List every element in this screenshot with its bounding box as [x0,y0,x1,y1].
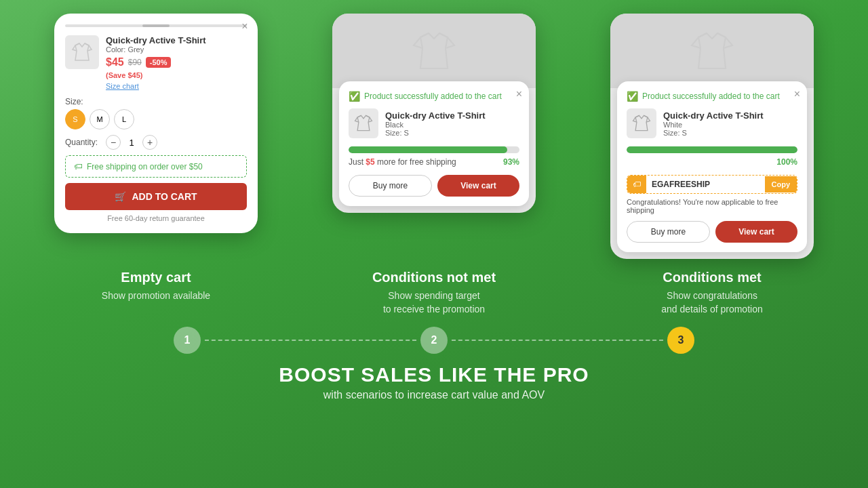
phone1-save-amount: $45 [127,71,140,79]
phone3-product-thumb [627,108,656,138]
phone1-price-original: $90 [128,58,142,67]
phone1-qty-controls: − 1 + [106,135,157,150]
label3-column: Conditions met Show congratulations and … [583,270,841,316]
phone3-mockup: × ✅ Product successfully added to the ca… [610,14,814,259]
phone3-progress-bar-fill [627,146,797,153]
phone1-qty-plus[interactable]: + [142,135,157,150]
phone1-shipping-banner: 🏷 Free shipping on order over $50 [65,155,247,178]
phone2-progress-text: Just $5 more for free shipping [349,157,456,167]
phone3-progress-row: 100% [627,157,797,167]
step2-circle: 2 [420,327,448,354]
phone2-popup: × ✅ Product successfully added to the ca… [339,81,529,206]
phone3-buy-more-btn[interactable]: Buy more [627,221,710,243]
phone3-copy-btn[interactable]: Copy [765,176,797,192]
phone3-coupon-code: EGAFREESHIP [646,176,765,193]
phones-section: × Quick-dry Active T-Shirt Color: Grey [0,0,868,259]
phone1-product-row: Quick-dry Active T-Shirt Color: Grey $45… [65,35,247,92]
phone3-product-size: Size: S [663,129,764,137]
phone2-product-row: Quick-dry Active T-Shirt Black Size: S [349,108,519,138]
phone1-product-name: Quick-dry Active T-Shirt [106,35,206,45]
phone2-product-info: Quick-dry Active T-Shirt Black Size: S [385,110,486,137]
phone2-progress-percent: 93% [503,157,519,167]
phone2-progress-bar-fill [349,146,507,153]
phone3-product-info: Quick-dry Active T-Shirt White Size: S [663,110,764,137]
phone1-product-info: Quick-dry Active T-Shirt Color: Grey $45… [106,35,206,92]
cart-icon: 🛒 [115,191,126,202]
scrollbar-indicator [65,24,247,27]
phone3-column: × ✅ Product successfully added to the ca… [583,14,841,259]
label1-column: Empty cart Show promotion available [27,270,285,316]
phone2-buy-more-btn[interactable]: Buy more [349,175,432,197]
phone2-success-row: ✅ Product successfully added to the cart [349,91,519,102]
step3-circle: 3 [667,327,694,354]
label3-desc: Show congratulations and details of prom… [661,289,762,316]
phone1-size-m[interactable]: M [90,109,110,129]
phone1-discount-badge: -50% [146,57,172,68]
phone1-price-row: $45 $90 -50% [106,56,206,68]
phone2-action-buttons: Buy more View cart [349,175,519,197]
phone3-success-icon: ✅ [627,91,638,102]
phone1-qty-label: Quantity: [65,138,98,147]
phone1-product-color: Color: Grey [106,45,206,54]
phone1-size-l[interactable]: L [114,109,134,129]
phone3-progress-percent: 100% [776,157,797,167]
phone2-progress-row: Just $5 more for free shipping 93% [349,157,519,167]
phone1-tag-icon: 🏷 [74,161,83,171]
phone1-size-options: S M L [65,109,247,129]
phone3-view-cart-btn[interactable]: View cart [715,221,797,243]
phone3-coupon-row: 🏷 EGAFREESHIP Copy [627,175,797,194]
step1-circle: 1 [174,327,201,354]
phone3-success-row: ✅ Product successfully added to the cart [627,91,797,102]
phone3-close-btn[interactable]: × [794,88,800,100]
phone2-product-thumb [349,108,378,138]
label2-column: Conditions not met Show spending target … [305,270,563,316]
phone3-action-buttons: Buy more View cart [627,221,797,243]
add-to-cart-button[interactable]: 🛒 ADD TO CART [65,183,247,210]
phone1-close-btn[interactable]: × [239,20,251,33]
phone1-size-label: Size: [65,97,247,106]
phone1-size-section: Size: S M L [65,97,247,129]
tagline-section: BOOST SALES LIKE THE PRO with scenarios … [265,361,602,401]
phone3-popup: × ✅ Product successfully added to the ca… [617,81,807,252]
phone1-price-current: $45 [106,56,124,68]
label2-desc: Show spending target to receive the prom… [383,289,485,316]
label2-title: Conditions not met [372,270,496,285]
phone3-product-name: Quick-dry Active T-Shirt [663,110,764,121]
phone1-size-chart-link[interactable]: Size chart [106,82,139,90]
phone3-success-text: Product successfully added to the cart [642,92,780,101]
phone2-view-cart-btn[interactable]: View cart [437,175,519,197]
label1-title: Empty cart [121,270,191,285]
phone3-coupon-section: 🏷 EGAFREESHIP Copy Congratulations! You'… [627,175,797,214]
phone2-close-btn[interactable]: × [516,88,522,100]
step-line-2 [452,340,663,341]
phone2-product-color: Black [385,121,486,129]
phone1-size-s[interactable]: S [65,109,85,129]
phone1-product-thumb [65,35,99,69]
phone2-bg-content [332,14,536,88]
phone3-product-row: Quick-dry Active T-Shirt White Size: S [627,108,797,138]
label3-title: Conditions met [663,270,762,285]
phone1-quantity-section: Quantity: − 1 + [65,135,247,150]
phone2-progress-section: Just $5 more for free shipping 93% [349,146,519,167]
phone1-shipping-text: Free shipping on order over $50 [87,162,203,171]
phone3-progress-section: 100% [627,146,797,167]
phone3-product-color: White [663,121,764,129]
phone2-success-icon: ✅ [349,91,360,102]
labels-section: Empty cart Show promotion available Cond… [0,259,868,316]
phone1-mockup: × Quick-dry Active T-Shirt Color: Grey [54,14,258,233]
steps-section: 1 2 3 [174,327,694,354]
add-to-cart-label: ADD TO CART [132,191,197,202]
phone3-progress-bar-container [627,146,797,153]
tagline-sub: with scenarios to increase cart value an… [279,389,589,401]
phone1-return-text: Free 60-day return guarantee [65,214,247,222]
tagline-main: BOOST SALES LIKE THE PRO [279,363,589,386]
phone3-congrats-text: Congratulations! You're now applicable t… [627,198,797,214]
phone2-product-size: Size: S [385,129,486,137]
phone1-qty-value: 1 [126,138,137,148]
phone3-bg-content [610,14,814,88]
phone2-progress-amount: $5 [366,157,374,167]
phone1-qty-minus[interactable]: − [106,135,121,150]
phone2-column: × ✅ Product successfully added to the ca… [305,14,563,213]
phone3-coupon-tag-icon: 🏷 [627,176,646,193]
phone1-save-text: (Save $45) [106,71,206,79]
